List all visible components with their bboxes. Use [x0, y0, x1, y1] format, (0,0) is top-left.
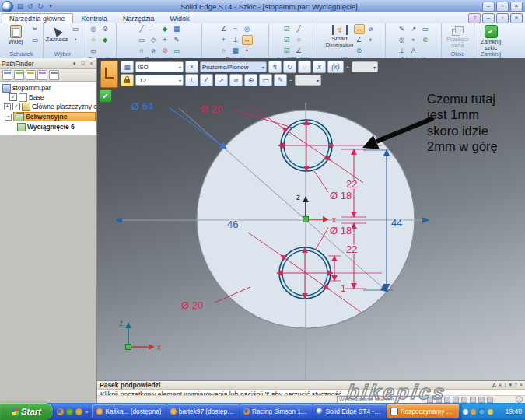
checkbox-checked-icon[interactable]	[12, 103, 20, 110]
pathfinder-tool-icon[interactable]	[37, 70, 47, 80]
relation-connect-icon[interactable]	[219, 35, 229, 45]
smart-dimension-button[interactable]: Smart Dimension	[327, 24, 353, 47]
operation-icon[interactable]	[100, 24, 110, 34]
restore-button[interactable]	[496, 2, 509, 12]
dim-small-offset-1[interactable]: 1	[341, 283, 346, 294]
minimize-button[interactable]	[482, 2, 495, 12]
pathfinder-tool-icon[interactable]	[26, 70, 36, 80]
expander-minus-icon[interactable]	[5, 114, 12, 121]
rotate-button[interactable]: ↻	[283, 61, 296, 73]
resize-icon[interactable]	[504, 382, 507, 389]
delete-relation-button[interactable]: ×	[185, 61, 198, 73]
tab-narzedzia[interactable]: Narzędzia	[116, 14, 162, 23]
dim-vertical-44[interactable]: 44	[391, 217, 402, 229]
view-overview-icon[interactable]	[516, 396, 523, 403]
dim-top-hole-inner[interactable]: Ø 18	[330, 190, 352, 201]
pathfinder-dropdown-icon[interactable]	[71, 61, 78, 67]
task-bartek[interactable]: bartek97 (dostępny)	[167, 404, 239, 418]
task-rozpoczynamy[interactable]: Rozpoczynamy pracę...	[387, 404, 459, 418]
dim-horizontal-46[interactable]: 46	[227, 219, 238, 230]
cut-icon[interactable]	[30, 24, 40, 34]
tray-icon[interactable]	[463, 409, 468, 415]
undo-icon[interactable]	[26, 2, 35, 11]
intellisketch-check-icon[interactable]	[282, 24, 292, 34]
copy-icon[interactable]	[30, 35, 40, 45]
pathfinder-close-icon[interactable]	[88, 61, 95, 67]
status-icon[interactable]	[478, 397, 485, 403]
draw-polygon-icon[interactable]	[148, 35, 159, 45]
paste-button[interactable]: Wklej	[2, 24, 29, 45]
quick-launch-icon[interactable]	[75, 408, 82, 415]
draw-arc-icon[interactable]	[148, 24, 159, 34]
annotation-balloon-icon[interactable]	[397, 35, 408, 45]
tab-narzedzia-glowne[interactable]: Narzędzia główne	[2, 13, 73, 23]
offset-button[interactable]: ▭	[259, 74, 272, 86]
relation-perpendicular-icon[interactable]	[230, 35, 241, 45]
prompt-dropdown-icon[interactable]	[509, 382, 512, 389]
expander-plus-icon[interactable]	[4, 103, 11, 110]
operation-icon[interactable]	[88, 35, 99, 45]
status-icon[interactable]	[461, 397, 467, 403]
tray-icon[interactable]	[478, 408, 485, 415]
save-icon[interactable]	[16, 2, 25, 11]
intellisketch-circle-icon[interactable]	[293, 35, 304, 45]
task-kaska[interactable]: Kaśka... (dostępna)	[93, 404, 165, 418]
operation-icon[interactable]	[88, 24, 99, 34]
line-width-dropdown[interactable]: .12	[135, 75, 184, 86]
tab-kontrola[interactable]: Kontrola	[75, 14, 115, 23]
accept-sketch-button[interactable]	[99, 89, 112, 103]
prompt-help-icon[interactable]	[514, 382, 517, 389]
tree-item-base[interactable]: Base	[0, 93, 96, 102]
help-icon[interactable]	[468, 13, 481, 23]
operation-icon[interactable]	[100, 35, 110, 45]
constraint-button[interactable]: ⊥	[185, 74, 198, 86]
relation-tangent-icon[interactable]	[242, 35, 253, 45]
font-increase-icon[interactable]	[492, 382, 496, 389]
annotation-symbol-icon[interactable]	[420, 35, 431, 45]
dim-offset-top-22[interactable]: 22	[346, 178, 357, 190]
origin-point[interactable]	[303, 217, 309, 222]
intellisketch-line-icon[interactable]	[293, 24, 304, 34]
edit-button[interactable]: ✎	[274, 74, 287, 86]
pathfinder-pin-icon[interactable]	[79, 61, 86, 67]
diameter-button[interactable]: ⌀	[229, 74, 243, 86]
formula-button[interactable]: (x)	[327, 61, 344, 73]
quick-launch-more-icon[interactable]: »	[85, 408, 88, 415]
pathfinder-tool-icon[interactable]	[14, 70, 24, 80]
dim-outer-diameter[interactable]: Ø 64	[131, 100, 153, 112]
annotation-frame-icon[interactable]	[420, 24, 431, 34]
relation-angle-icon[interactable]	[219, 24, 229, 34]
direction-button[interactable]: ↗	[215, 74, 228, 86]
tree-item-sekwencyjne[interactable]: Sekwencyjne	[13, 112, 96, 121]
relation-symmetry-icon[interactable]	[242, 24, 253, 34]
task-racing-simson[interactable]: Racing Simson 110.0...	[240, 404, 312, 418]
status-icon[interactable]	[470, 397, 476, 403]
close-button[interactable]	[510, 2, 523, 12]
status-icon[interactable]	[487, 397, 493, 403]
variable-x-button[interactable]: x	[313, 61, 326, 73]
style-dropdown[interactable]: ISO	[135, 61, 184, 72]
tray-icon[interactable]	[488, 409, 493, 415]
relation-equal-icon[interactable]	[230, 24, 241, 34]
diameter-dimension-icon[interactable]	[366, 24, 376, 34]
distance-dimension-icon[interactable]	[354, 24, 365, 34]
annotation-text-icon[interactable]	[397, 24, 408, 34]
pathfinder-tool-icon[interactable]	[2, 70, 12, 80]
command-search-input[interactable]	[337, 396, 422, 404]
angle-dimension-icon[interactable]	[354, 35, 365, 45]
lock-button[interactable]	[121, 74, 134, 86]
tree-root-stopamm[interactable]: stopamm.par	[0, 83, 96, 93]
dim-bottom-hole-inner[interactable]: Ø 18	[330, 225, 352, 236]
status-icon[interactable]	[453, 397, 459, 403]
pattern-icon[interactable]	[171, 24, 182, 34]
fill-icon[interactable]	[159, 24, 170, 34]
angle-button[interactable]: ∠	[200, 74, 213, 86]
checkbox-checked-icon[interactable]	[9, 93, 17, 101]
pathfinder-tool-icon[interactable]	[49, 70, 59, 80]
tray-icon[interactable]	[471, 409, 476, 415]
status-icon[interactable]	[427, 397, 433, 403]
redo-icon[interactable]	[36, 2, 45, 11]
prompt-close-icon[interactable]	[520, 382, 523, 389]
status-icon[interactable]	[444, 397, 450, 403]
annotation-target-icon[interactable]	[408, 35, 419, 45]
